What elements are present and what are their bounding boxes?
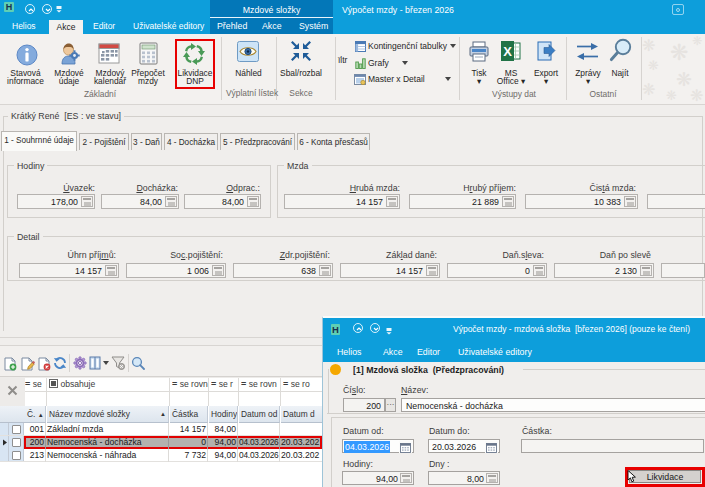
svg-text:X: X [503,44,512,59]
